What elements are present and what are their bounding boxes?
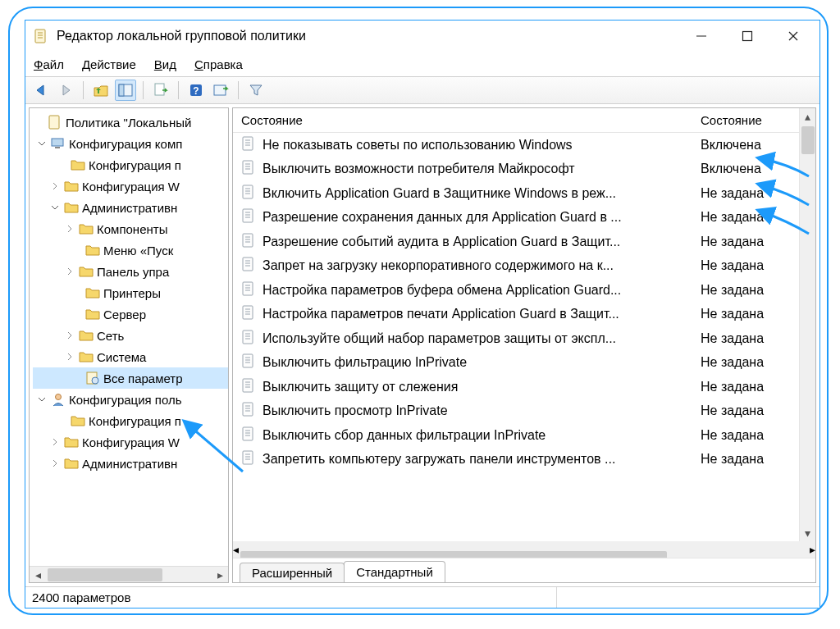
chevron-right-icon[interactable] xyxy=(64,223,75,235)
list-vscrollbar[interactable]: ▴ ▾ xyxy=(799,108,815,541)
list-item[interactable]: Настройка параметров печати Application … xyxy=(233,303,799,327)
tree-user-config[interactable]: Конфигурация поль xyxy=(33,389,228,410)
tree-control-panel[interactable]: Панель упра xyxy=(33,261,228,282)
scroll-down-icon[interactable]: ▾ xyxy=(800,525,815,541)
column-header-name[interactable]: Состояние xyxy=(233,113,701,127)
svg-rect-28 xyxy=(243,185,253,198)
maximize-button[interactable] xyxy=(724,21,770,51)
list-item-name: Разрешение событий аудита в Application … xyxy=(262,235,620,249)
list-item[interactable]: Используйте общий набор параметров защит… xyxy=(233,326,799,351)
list-item-state: Не задана xyxy=(701,283,799,298)
list-item[interactable]: Не показывать советы по использованию Wi… xyxy=(233,133,799,157)
list-rows: Не показывать советы по использованию Wi… xyxy=(233,133,799,472)
folder-icon xyxy=(85,307,100,321)
svg-rect-16 xyxy=(55,147,60,148)
policy-item-icon xyxy=(241,330,256,348)
list-item[interactable]: Включить Application Guard в Защитнике W… xyxy=(233,181,799,206)
up-button[interactable] xyxy=(90,80,112,101)
svg-point-18 xyxy=(92,377,98,384)
policy-item-icon xyxy=(241,305,256,323)
tree-start-menu[interactable]: Меню «Пуск xyxy=(33,239,228,261)
chevron-down-icon[interactable] xyxy=(36,138,48,149)
policy-item-icon xyxy=(241,281,256,299)
tab-extended[interactable]: Расширенный xyxy=(240,563,345,582)
tree-user-conf-p[interactable]: Конфигурация п xyxy=(33,410,228,431)
folder-icon xyxy=(85,243,100,258)
tree-server[interactable]: Сервер xyxy=(33,303,228,325)
list-item-state: Включена xyxy=(701,138,799,153)
tree-printers[interactable]: Принтеры xyxy=(33,282,228,303)
column-header-state[interactable]: Состояние xyxy=(701,113,799,127)
outer-frame: Редактор локальной групповой политики Фа… xyxy=(8,7,829,615)
toolbar-separator xyxy=(143,81,144,99)
policy-item-icon xyxy=(241,233,256,251)
tree-conf-w[interactable]: Конфигурация W xyxy=(33,175,228,197)
chevron-right-icon[interactable] xyxy=(64,351,75,362)
export-list-button[interactable] xyxy=(150,80,171,101)
list-header[interactable]: Состояние Состояние xyxy=(233,108,799,133)
scroll-right-icon[interactable]: ▸ xyxy=(810,543,815,556)
policy-item-icon xyxy=(241,160,256,178)
list-item[interactable]: Выключить возможности потребителя Майкро… xyxy=(233,157,799,182)
list-item[interactable]: Настройка параметров буфера обмена Appli… xyxy=(233,278,799,303)
list-hscrollbar[interactable]: ◂ ▸ xyxy=(233,541,815,558)
tree-network[interactable]: Сеть xyxy=(33,325,228,346)
list-item[interactable]: Разрешение событий аудита в Application … xyxy=(233,230,799,254)
chevron-right-icon[interactable] xyxy=(49,436,61,448)
list-item-state: Не задана xyxy=(701,355,799,370)
menu-view[interactable]: Вид xyxy=(154,57,176,71)
tree-conf-p[interactable]: Конфигурация п xyxy=(33,154,228,175)
tree-system[interactable]: Система xyxy=(33,346,228,367)
tab-standard[interactable]: Стандартный xyxy=(344,561,445,582)
scroll-left-icon[interactable]: ◂ xyxy=(30,567,46,583)
list-item[interactable]: Выключить просмотр InPrivateНе задана xyxy=(233,399,799,424)
policy-item-icon xyxy=(241,185,256,203)
list-item[interactable]: Выключить сбор данных фильтрации InPriva… xyxy=(233,423,799,448)
menu-help[interactable]: Справка xyxy=(194,57,243,71)
tree-all-params[interactable]: Все параметр xyxy=(33,367,228,389)
tree-components[interactable]: Компоненты xyxy=(33,218,228,239)
list-item-name: Выключить защиту от слежения xyxy=(262,380,458,394)
menu-file[interactable]: Файл xyxy=(34,57,64,71)
chevron-right-icon[interactable] xyxy=(64,330,75,341)
list-item[interactable]: Разрешение сохранения данных для Applica… xyxy=(233,206,799,230)
tree-root[interactable]: Политика "Локальный xyxy=(33,112,228,133)
toolbar-separator xyxy=(238,81,239,99)
tree-user-admin[interactable]: Административн xyxy=(33,453,228,474)
list-item[interactable]: Выключить фильтрацию InPrivateНе задана xyxy=(233,351,799,376)
policy-item-icon xyxy=(241,426,256,444)
policy-item-icon xyxy=(241,402,256,420)
tree-admin[interactable]: Административн xyxy=(33,197,228,218)
list-item-state: Не задана xyxy=(701,452,799,467)
tree-user-conf-w[interactable]: Конфигурация W xyxy=(33,431,228,453)
list-item[interactable]: Запретить компьютеру загружать панели ин… xyxy=(233,448,799,472)
tree-comp-config[interactable]: Конфигурация комп xyxy=(33,133,228,154)
tree-pane: Политика "Локальный Конфигурация комп Ко… xyxy=(29,107,229,583)
menu-action[interactable]: Действие xyxy=(82,57,136,71)
folder-icon xyxy=(79,349,94,364)
list-item-name: Настройка параметров буфера обмена Appli… xyxy=(262,283,621,298)
close-button[interactable] xyxy=(770,21,816,51)
filter-button[interactable] xyxy=(245,80,267,101)
minimize-button[interactable] xyxy=(678,21,724,51)
chevron-down-icon[interactable] xyxy=(49,202,61,213)
chevron-right-icon[interactable] xyxy=(49,458,61,469)
chevron-right-icon[interactable] xyxy=(49,180,61,192)
show-hide-tree-button[interactable] xyxy=(115,80,136,101)
action-button[interactable] xyxy=(210,80,231,101)
chevron-down-icon[interactable] xyxy=(36,394,48,405)
scroll-up-icon[interactable]: ▴ xyxy=(800,108,815,125)
chevron-right-icon[interactable] xyxy=(64,266,75,277)
folder-icon xyxy=(79,264,94,279)
policy-item-icon xyxy=(241,353,256,371)
tree-hscrollbar[interactable]: ◂ ▸ xyxy=(30,566,228,582)
list-item-name: Включить Application Guard в Защитнике W… xyxy=(262,186,616,201)
scroll-left-icon[interactable]: ◂ xyxy=(233,543,239,556)
help-button[interactable]: ? xyxy=(185,80,207,101)
list-item[interactable]: Запрет на загрузку некорпоративного соде… xyxy=(233,254,799,279)
list-item[interactable]: Выключить защиту от слеженияНе задана xyxy=(233,375,799,399)
nav-back-button[interactable] xyxy=(30,80,52,101)
scroll-right-icon[interactable]: ▸ xyxy=(212,567,228,583)
statusbar: 2400 параметров xyxy=(25,586,819,608)
nav-forward-button[interactable] xyxy=(55,80,76,101)
